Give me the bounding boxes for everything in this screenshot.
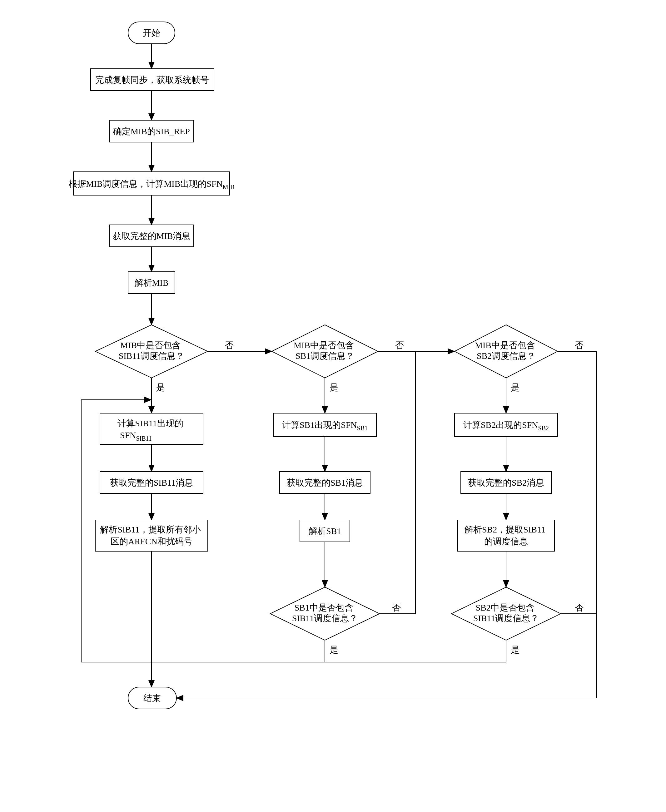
step5-text: 解析MIB — [135, 278, 169, 288]
no-label: 否 — [575, 341, 584, 350]
yes-label: 是 — [330, 645, 338, 655]
col2-s3-text: 解析SB1 — [308, 526, 341, 536]
end-label: 结束 — [143, 693, 161, 703]
step4-text: 获取完整的MIB消息 — [113, 231, 191, 241]
col2-s2-text: 获取完整的SB1消息 — [287, 478, 363, 488]
col3-s2-text: 获取完整的SB2消息 — [468, 478, 544, 488]
edge-col3-yes — [325, 640, 506, 662]
col1-s2-text: 获取完整的SIB11消息 — [110, 478, 193, 488]
edge-dec3-no-down — [557, 351, 597, 698]
yes-label: 是 — [511, 382, 519, 392]
yes-label: 是 — [156, 382, 165, 392]
no-label: 否 — [575, 603, 584, 613]
no-label: 否 — [395, 341, 404, 350]
start-label: 开始 — [143, 28, 160, 38]
step2-text: 确定MIB的SIB_REP — [113, 127, 190, 136]
step1-text: 完成复帧同步，获取系统帧号 — [95, 75, 209, 85]
no-label: 否 — [225, 341, 234, 350]
no-label: 否 — [392, 603, 401, 613]
yes-label: 是 — [330, 382, 338, 392]
yes-label: 是 — [511, 645, 519, 655]
edge-col2-no — [379, 351, 415, 614]
